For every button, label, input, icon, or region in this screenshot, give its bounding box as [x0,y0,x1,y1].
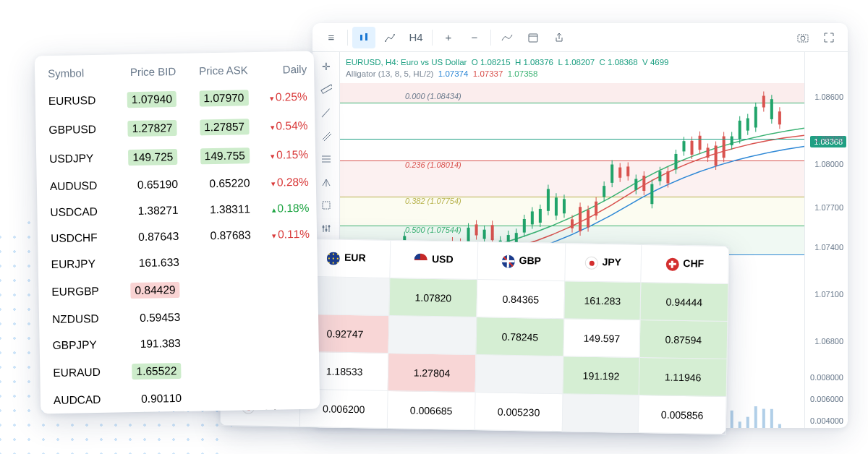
y-tick: 1.07400 [814,243,843,252]
ruler-icon[interactable] [316,80,336,100]
quote-row[interactable]: GBPUSD1.278271.27857▾0.54% [35,111,315,145]
svg-rect-0 [360,35,362,40]
parallel-lines-icon[interactable] [316,126,336,146]
fullscreen-icon[interactable] [817,27,841,48]
svg-rect-88 [610,165,613,183]
share-icon[interactable] [548,27,571,48]
svg-rect-183 [762,409,765,428]
svg-rect-78 [571,219,574,228]
eur-flag-icon [327,252,340,265]
bid-cell: 0.90110 [116,385,189,413]
svg-rect-90 [618,168,621,178]
bid-cell: 149.725 [112,142,184,173]
svg-rect-80 [579,207,582,231]
matrix-cell[interactable]: 0.006685 [387,390,475,429]
quote-row[interactable]: AUDCAD0.90110 [41,383,320,414]
svg-rect-179 [731,411,733,428]
matrix-cell[interactable]: 149.597 [563,319,640,358]
matrix-cell[interactable] [562,394,639,433]
matrix-col-gbp[interactable]: GBP [477,242,566,281]
chart-toolbar: ≡ H4 + − [312,23,848,52]
indicators-icon[interactable] [378,27,401,48]
svg-rect-108 [691,141,694,155]
shape-icon[interactable] [316,195,336,215]
symbol-cell: USDCHF [38,225,114,252]
matrix-cell[interactable]: 0.84365 [477,280,565,319]
menu-icon[interactable]: ≡ [320,27,343,48]
svg-rect-126 [762,96,765,108]
svg-rect-124 [754,107,757,128]
y-tick: 0.004000 [810,416,843,425]
symbol-cell: GBPJPY [39,332,116,359]
matrix-cell[interactable]: 1.11946 [639,357,727,396]
fibonacci-icon[interactable] [316,149,336,169]
matrix-cell[interactable]: 0.78245 [476,317,564,356]
symbol-cell: EURGBP [38,277,115,307]
symbol-cell: GBPUSD [35,115,112,145]
y-tick: 1.06800 [814,337,843,346]
col-bid[interactable]: Price BID [111,58,183,86]
matrix-cell[interactable]: 0.94444 [640,282,728,321]
chf-flag-icon [665,257,678,270]
daily-cell [258,247,318,274]
svg-rect-100 [658,171,661,181]
crosshair-icon[interactable]: ✛ [316,56,336,77]
quote-row[interactable]: EURGBP0.84429 [38,273,318,307]
matrix-col-chf[interactable]: CHF [641,245,729,284]
y-axis: 1.08368 1.086001.083001.080001.077001.07… [804,52,848,428]
quote-row[interactable]: EURUSD1.079401.07970▾0.25% [35,82,315,116]
svg-rect-181 [746,417,749,428]
svg-rect-118 [731,137,733,145]
symbol-cell: USDJPY [36,144,113,174]
svg-rect-112 [707,147,710,158]
symbol-cell: EURJPY [38,251,114,278]
matrix-cell[interactable] [475,355,563,394]
current-price-line [340,139,804,140]
bid-cell: 161.633 [114,249,187,277]
svg-rect-58 [491,225,494,240]
svg-rect-114 [715,145,718,166]
matrix-cell[interactable] [388,315,477,354]
matrix-cell[interactable]: 1.27804 [388,353,476,392]
svg-rect-128 [770,99,773,119]
y-tick: 1.08000 [814,160,843,168]
trendline-icon[interactable]: ／ [316,103,336,123]
svg-rect-68 [531,211,534,224]
timeframe-button[interactable]: H4 [404,27,427,48]
svg-rect-86 [603,186,605,197]
y-tick: 1.08300 [814,134,843,143]
matrix-col-jpy[interactable]: JPY [565,244,642,283]
settings-icon[interactable] [316,218,336,239]
ask-cell: 1.38311 [185,196,258,223]
y-tick: 0.008000 [810,373,843,382]
zoom-out-icon[interactable]: − [463,27,486,48]
symbol-cell: USDCAD [37,199,114,226]
matrix-cell[interactable]: 0.87594 [639,320,728,359]
svg-rect-106 [682,141,685,151]
matrix-col-usd[interactable]: USD [390,240,478,279]
svg-rect-14 [323,202,330,209]
pitchfork-icon[interactable] [316,172,336,192]
quote-row[interactable]: EURAUD1.65522 [40,354,320,388]
quote-row[interactable]: USDJPY149.725149.755▾0.15% [36,140,316,174]
candlestick-icon[interactable] [352,27,375,48]
matrix-cell[interactable]: 161.283 [564,281,641,320]
svg-rect-92 [626,166,629,176]
zoom-in-icon[interactable]: + [437,27,460,48]
camera-icon[interactable] [791,27,814,48]
ask-cell [187,303,260,330]
svg-point-7 [801,36,805,40]
matrix-cell[interactable]: 191.192 [563,356,639,395]
col-ask[interactable]: Price ASK [183,56,255,85]
matrix-cell[interactable]: 0.005856 [638,395,726,434]
calendar-icon[interactable] [522,27,545,48]
col-symbol[interactable]: Symbol [35,59,111,87]
autoscale-icon[interactable] [495,27,519,48]
svg-rect-72 [547,189,550,210]
ask-cell: 1.07970 [184,83,256,113]
matrix-cell[interactable]: 0.005230 [475,393,563,432]
bid-cell: 0.59453 [115,304,187,332]
col-daily[interactable]: Daily [255,56,314,83]
daily-cell [259,273,318,303]
matrix-cell[interactable]: 1.07820 [389,278,477,317]
